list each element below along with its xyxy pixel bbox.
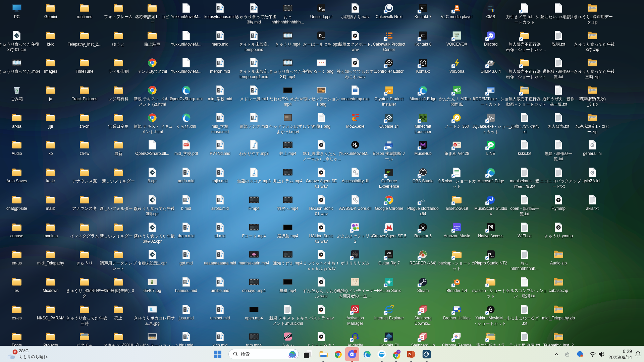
svg-text:P: P — [409, 353, 411, 357]
svg-text:z: z — [639, 351, 641, 354]
svg-text:8: 8 — [14, 350, 16, 354]
